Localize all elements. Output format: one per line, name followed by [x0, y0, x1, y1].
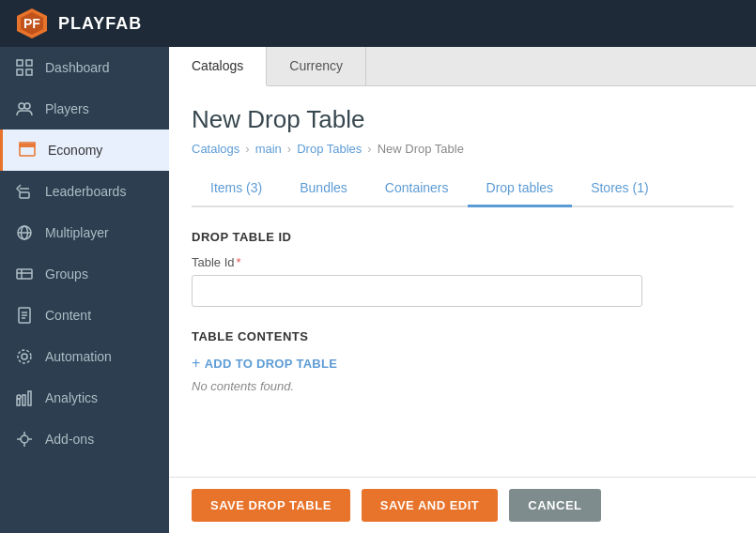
sidebar-label-addons: Add-ons	[45, 432, 94, 447]
top-nav: PF PLAYFAB	[0, 0, 756, 47]
main-layout: Dashboard Players Economy	[0, 47, 756, 533]
sub-tab-drop-tables[interactable]: Drop tables	[468, 171, 573, 207]
breadcrumb-sep-3: ›	[367, 142, 371, 156]
svg-rect-26	[17, 399, 20, 405]
sidebar-item-players[interactable]: Players	[0, 88, 169, 129]
sub-tab-containers[interactable]: Containers	[366, 171, 468, 207]
sub-tab-items[interactable]: Items (3)	[192, 171, 281, 207]
app-name: PLAYFAB	[58, 14, 142, 34]
groups-icon	[15, 265, 34, 283]
sub-tab-stores[interactable]: Stores (1)	[572, 171, 667, 207]
players-icon	[15, 99, 34, 118]
svg-text:PF: PF	[23, 16, 40, 31]
breadcrumb-catalogs[interactable]: Catalogs	[192, 142, 239, 156]
add-to-drop-table-link[interactable]: + ADD TO DROP TABLE	[192, 355, 733, 372]
breadcrumb-sep-1: ›	[245, 142, 249, 156]
svg-point-8	[24, 103, 30, 109]
sidebar-item-content[interactable]: Content	[0, 295, 169, 336]
multiplayer-icon	[15, 223, 34, 242]
sidebar-label-multiplayer: Multiplayer	[45, 225, 109, 240]
sidebar-item-dashboard[interactable]: Dashboard	[0, 47, 169, 88]
svg-rect-28	[28, 391, 31, 405]
svg-point-30	[21, 435, 28, 443]
svg-rect-13	[20, 192, 29, 198]
sidebar-label-automation: Automation	[45, 349, 112, 364]
page-content: New Drop Table Catalogs › main › Drop Ta…	[169, 86, 756, 477]
analytics-icon	[15, 388, 34, 407]
section-id-label: DROP TABLE ID	[192, 230, 733, 244]
dashboard-icon	[15, 58, 34, 77]
svg-rect-5	[17, 69, 23, 75]
page-title: New Drop Table	[192, 105, 733, 134]
sidebar-label-leaderboards: Leaderboards	[45, 184, 126, 199]
svg-rect-6	[26, 69, 32, 75]
breadcrumb-current: New Drop Table	[378, 142, 464, 156]
sidebar-item-analytics[interactable]: Analytics	[0, 377, 169, 419]
playfab-logo-icon: PF	[15, 7, 49, 40]
content-area: Catalogs Currency New Drop Table Catalog…	[169, 47, 756, 533]
table-contents-section: TABLE CONTENTS + ADD TO DROP TABLE No co…	[192, 329, 733, 393]
sidebar-label-dashboard: Dashboard	[45, 60, 110, 75]
content-icon	[15, 306, 34, 325]
sidebar-item-leaderboards[interactable]: Leaderboards	[0, 171, 169, 212]
required-star: *	[237, 255, 241, 269]
cancel-button[interactable]: CANCEL	[509, 489, 600, 522]
svg-rect-17	[17, 269, 32, 279]
sidebar-item-automation[interactable]: Automation	[0, 336, 169, 377]
svg-point-25	[18, 350, 31, 363]
breadcrumb-sep-2: ›	[287, 142, 291, 156]
leaderboards-icon	[15, 182, 34, 201]
sidebar-item-multiplayer[interactable]: Multiplayer	[0, 212, 169, 253]
sidebar: Dashboard Players Economy	[0, 47, 169, 533]
logo-area: PF PLAYFAB	[15, 7, 142, 40]
action-bar: SAVE DROP TABLE SAVE AND EDIT CANCEL	[169, 477, 756, 533]
sidebar-label-economy: Economy	[48, 143, 102, 158]
table-id-input[interactable]	[192, 275, 642, 307]
tab-catalogs[interactable]: Catalogs	[169, 47, 267, 86]
tab-currency[interactable]: Currency	[267, 47, 366, 85]
svg-point-7	[19, 103, 24, 109]
sub-tab-bar: Items (3) Bundles Containers Drop tables…	[192, 171, 733, 207]
economy-icon	[18, 141, 37, 160]
drop-table-id-section: DROP TABLE ID Table Id*	[192, 230, 733, 307]
sidebar-label-analytics: Analytics	[45, 390, 98, 405]
plus-icon: +	[192, 355, 201, 372]
sidebar-label-players: Players	[45, 101, 89, 116]
svg-point-24	[22, 354, 27, 359]
svg-rect-3	[17, 60, 23, 66]
svg-rect-4	[26, 60, 32, 66]
automation-icon	[15, 347, 34, 366]
sidebar-item-addons[interactable]: Add-ons	[0, 419, 169, 460]
table-id-field-label: Table Id*	[192, 255, 733, 269]
sidebar-item-economy[interactable]: Economy	[0, 129, 169, 171]
svg-point-29	[17, 395, 21, 399]
svg-rect-9	[20, 146, 35, 156]
sidebar-label-content: Content	[45, 308, 91, 323]
breadcrumb: Catalogs › main › Drop Tables › New Drop…	[192, 142, 733, 156]
no-contents-text: No contents found.	[192, 379, 733, 393]
save-drop-table-button[interactable]: SAVE DROP TABLE	[192, 489, 350, 522]
sub-tab-bundles[interactable]: Bundles	[281, 171, 366, 207]
sidebar-label-groups: Groups	[45, 266, 88, 282]
main-tab-bar: Catalogs Currency	[169, 47, 756, 86]
svg-rect-27	[23, 395, 25, 405]
breadcrumb-main[interactable]: main	[255, 142, 282, 156]
svg-rect-11	[20, 143, 35, 145]
save-and-edit-button[interactable]: SAVE AND EDIT	[362, 489, 498, 522]
section-contents-label: TABLE CONTENTS	[192, 329, 733, 343]
sidebar-item-groups[interactable]: Groups	[0, 253, 169, 295]
breadcrumb-drop-tables[interactable]: Drop Tables	[297, 142, 362, 156]
addons-icon	[15, 430, 34, 449]
